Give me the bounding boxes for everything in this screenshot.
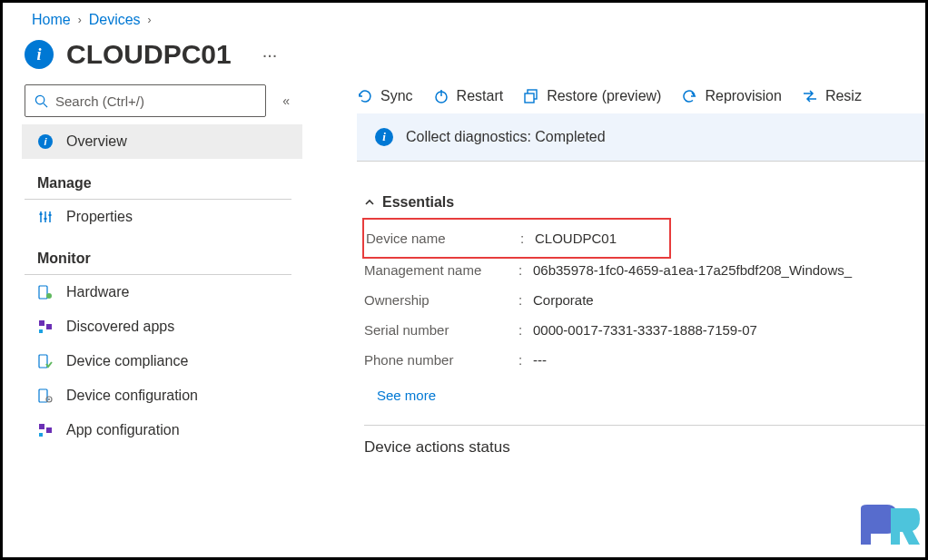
search-box[interactable] <box>25 84 266 117</box>
reprovision-button[interactable]: Reprovision <box>681 88 781 104</box>
row-value: 06b35978-1fc0-4659-a1ea-17a25fbdf208_Win… <box>533 262 852 278</box>
power-icon <box>433 88 449 104</box>
sliders-icon <box>37 209 54 225</box>
app-config-icon <box>37 422 54 438</box>
watermark-logo <box>856 501 920 552</box>
device-actions-status-header: Device actions status <box>364 425 925 457</box>
svg-point-11 <box>46 293 52 299</box>
svg-rect-20 <box>46 427 52 433</box>
sync-icon <box>357 88 373 104</box>
row-label: Phone number <box>364 352 518 368</box>
essentials-row-phone-number: Phone number : --- <box>364 345 925 375</box>
sidebar-item-device-compliance[interactable]: Device compliance <box>25 344 302 378</box>
restart-button[interactable]: Restart <box>433 88 504 104</box>
svg-point-0 <box>35 95 44 103</box>
chevron-right-icon: › <box>148 14 152 26</box>
cmd-label: Resiz <box>825 88 862 104</box>
sidebar-item-label: Device compliance <box>66 353 188 369</box>
content-area: Sync Restart Restore (preview) Reprovisi… <box>302 84 925 457</box>
sidebar-item-label: Hardware <box>66 284 129 300</box>
svg-rect-19 <box>39 424 44 429</box>
chevron-up-icon <box>364 197 375 208</box>
row-value: --- <box>533 352 547 368</box>
sidebar-item-label: Discovered apps <box>66 319 174 335</box>
page-title: CLOUDPC01 <box>66 39 232 70</box>
cmd-label: Restore (preview) <box>547 88 661 104</box>
sidebar-item-overview[interactable]: i Overview <box>22 124 302 159</box>
breadcrumb: Home › Devices › <box>3 3 925 32</box>
sidebar-item-hardware[interactable]: Hardware <box>25 275 302 309</box>
page-header: i CLOUDPC01 ··· <box>3 32 925 84</box>
cmd-label: Sync <box>380 88 413 104</box>
essentials-row-management-name: Management name : 06b35978-1fc0-4659-a1e… <box>364 255 925 285</box>
info-icon: i <box>25 40 54 69</box>
row-value: 0000-0017-7331-3337-1888-7159-07 <box>533 322 757 338</box>
apps-icon <box>37 319 54 335</box>
svg-rect-9 <box>49 214 52 216</box>
collapse-sidebar-button[interactable]: « <box>277 88 295 113</box>
highlighted-row: Device name : CLOUDPC01 <box>362 218 671 259</box>
chevron-right-icon: › <box>78 14 82 26</box>
resize-icon <box>802 88 818 104</box>
essentials-row-ownership: Ownership : Corporate <box>364 285 925 315</box>
sidebar-item-label: Device configuration <box>66 388 198 404</box>
row-label: Ownership <box>364 292 518 308</box>
row-value: Corporate <box>533 292 594 308</box>
sidebar-item-label: Overview <box>66 133 127 150</box>
svg-rect-12 <box>39 320 44 326</box>
undo-icon <box>681 88 697 104</box>
see-more-link[interactable]: See more <box>364 375 436 419</box>
svg-rect-10 <box>39 286 47 299</box>
search-icon <box>35 94 48 108</box>
svg-rect-8 <box>44 218 47 220</box>
sidebar-item-label: App configuration <box>66 422 180 438</box>
svg-rect-14 <box>39 329 43 333</box>
svg-point-18 <box>48 398 50 400</box>
restore-icon <box>523 88 539 104</box>
sync-button[interactable]: Sync <box>357 88 413 104</box>
sidebar-section-monitor: Monitor <box>25 234 291 275</box>
essentials-row-serial-number: Serial number : 0000-0017-7331-3337-1888… <box>364 315 925 345</box>
notification-bar: i Collect diagnostics: Completed <box>357 113 925 162</box>
resize-button[interactable]: Resiz <box>802 88 862 104</box>
compliance-icon <box>37 353 54 369</box>
row-value: CLOUDPC01 <box>535 231 617 246</box>
search-input[interactable] <box>55 93 256 109</box>
essentials-row-device-name: Device name : CLOUDPC01 <box>366 223 667 253</box>
restore-button[interactable]: Restore (preview) <box>523 88 661 104</box>
notification-text: Collect diagnostics: Completed <box>406 129 606 145</box>
row-label: Device name <box>366 231 520 246</box>
device-icon <box>37 284 54 300</box>
command-bar: Sync Restart Restore (preview) Reprovisi… <box>357 84 925 113</box>
sidebar-section-manage: Manage <box>25 159 291 200</box>
info-icon: i <box>375 128 393 146</box>
info-icon: i <box>37 133 54 150</box>
sidebar-item-label: Properties <box>66 209 133 225</box>
svg-rect-15 <box>39 355 47 368</box>
svg-line-1 <box>44 103 47 106</box>
sidebar-item-app-configuration[interactable]: App configuration <box>25 413 302 447</box>
sidebar-item-properties[interactable]: Properties <box>25 200 302 234</box>
cmd-label: Restart <box>457 88 504 104</box>
svg-rect-21 <box>39 433 43 437</box>
sidebar-item-device-configuration[interactable]: Device configuration <box>25 378 302 413</box>
svg-rect-13 <box>46 324 52 329</box>
sidebar: « i Overview Manage Properties Monitor H… <box>3 84 302 457</box>
svg-rect-25 <box>525 93 534 103</box>
breadcrumb-devices[interactable]: Devices <box>89 12 141 28</box>
row-label: Serial number <box>364 322 518 338</box>
svg-rect-7 <box>40 213 43 215</box>
row-label: Management name <box>364 262 518 278</box>
sidebar-item-discovered-apps[interactable]: Discovered apps <box>25 309 302 344</box>
essentials-title: Essentials <box>382 194 454 211</box>
device-config-icon <box>37 388 54 404</box>
more-menu-button[interactable]: ··· <box>262 44 278 65</box>
cmd-label: Reprovision <box>705 88 781 104</box>
breadcrumb-home[interactable]: Home <box>32 12 71 28</box>
